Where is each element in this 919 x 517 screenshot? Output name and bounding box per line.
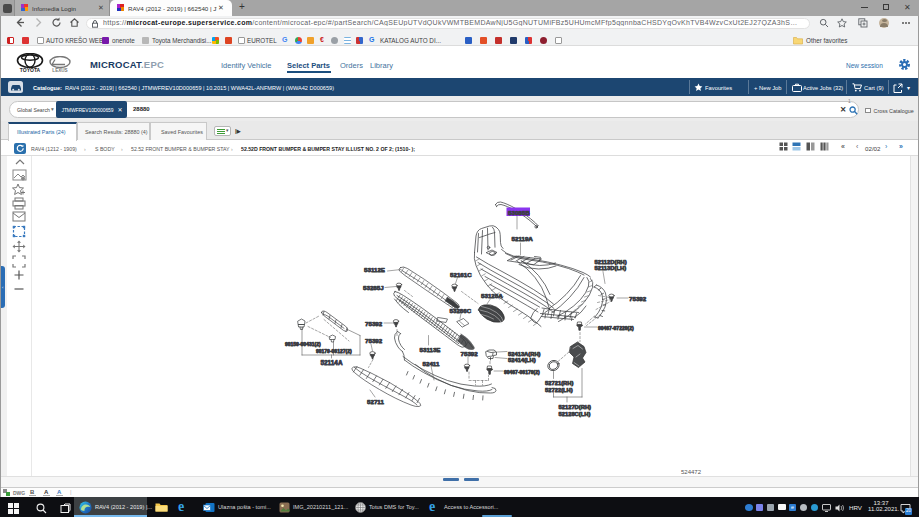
svg-text:53112E: 53112E <box>364 266 385 273</box>
svg-text:52161C: 52161C <box>450 271 472 278</box>
svg-text:52119A: 52119A <box>512 235 534 242</box>
svg-text:90467-06179(2): 90467-06179(2) <box>504 369 540 375</box>
svg-text:52112D(RH): 52112D(RH) <box>595 259 627 265</box>
svg-text:90179-06127(2): 90179-06127(2) <box>316 348 352 354</box>
svg-text:75392: 75392 <box>365 320 383 327</box>
svg-text:52128C(LH): 52128C(LH) <box>559 411 591 417</box>
svg-text:52721(RH): 52721(RH) <box>545 380 573 386</box>
svg-text:53286C: 53286C <box>450 307 472 314</box>
svg-text:52114A: 52114A <box>321 359 343 366</box>
svg-text:90467-07220(2): 90467-07220(2) <box>598 325 634 331</box>
svg-text:53128A: 53128A <box>481 292 503 299</box>
svg-text:52414(LH): 52414(LH) <box>508 357 536 363</box>
svg-text:53085B: 53085B <box>508 209 530 216</box>
svg-text:52413A(RH): 52413A(RH) <box>508 351 541 357</box>
svg-text:53113E: 53113E <box>420 346 441 353</box>
svg-text:52113D(LH): 52113D(LH) <box>595 265 627 271</box>
svg-text:52722(LH): 52722(LH) <box>545 387 573 393</box>
svg-text:52127D(RH): 52127D(RH) <box>559 404 592 410</box>
svg-text:90159-60431(2): 90159-60431(2) <box>285 341 321 347</box>
svg-text:75392: 75392 <box>629 295 647 302</box>
svg-text:75392: 75392 <box>461 350 479 357</box>
svg-text:52711: 52711 <box>367 398 384 405</box>
svg-text:52411: 52411 <box>423 360 440 367</box>
svg-text:53285J: 53285J <box>363 284 384 291</box>
svg-text:75392: 75392 <box>365 337 383 344</box>
